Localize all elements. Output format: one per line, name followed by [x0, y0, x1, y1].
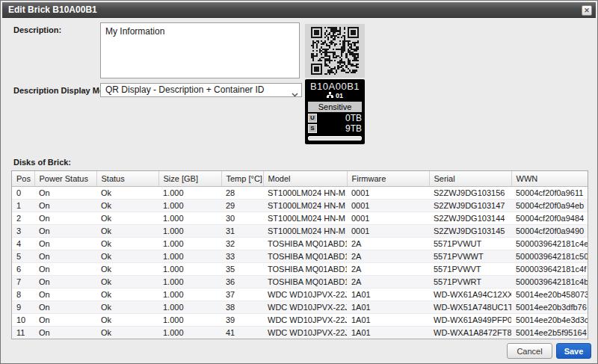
table-row[interactable]: 8OnOk1.00037WDC WD10JPVX-22J ATA1A01WD-W… — [12, 288, 588, 300]
table-cell: 50004cf20f0a9484 — [511, 212, 588, 224]
column-label: Pos — [16, 174, 31, 183]
table-cell: 1.000 — [158, 288, 221, 300]
table-cell: 1.000 — [158, 250, 221, 262]
table-cell: On — [34, 326, 96, 339]
table-cell: 1.000 — [158, 237, 221, 250]
table-row[interactable]: 7OnOk1.00036TOSHIBA MQ01ABD1 ATA2A5571PV… — [12, 275, 588, 288]
column-header-temp-c[interactable]: Temp [°C] — [221, 171, 263, 186]
table-row[interactable]: 0OnOk1.00028ST1000LM024 HN-M ATA0001S2ZW… — [12, 186, 588, 199]
table-cell: 1A01 — [347, 300, 429, 313]
table-row[interactable]: 4OnOk1.00032TOSHIBA MQ01ABD1 ATA2A5571PV… — [12, 237, 588, 250]
column-header-model[interactable]: Model — [263, 171, 347, 186]
column-label: Model — [268, 174, 291, 183]
label-usage-row: U 0TB — [308, 114, 362, 123]
table-row[interactable]: 1OnOk1.00029ST1000LM024 HN-M ATA0001S2ZW… — [12, 199, 588, 212]
label-container-id: B10A00B1 — [305, 81, 365, 92]
table-cell: ST1000LM024 HN-M ATA — [263, 224, 347, 237]
column-header-size-gb[interactable]: Size [GB] — [158, 171, 221, 186]
table-row[interactable]: 3OnOk1.00031ST1000LM024 HN-M ATA0001S2ZW… — [12, 224, 588, 237]
column-header-wwn[interactable]: WWN — [511, 171, 588, 186]
column-header-status[interactable]: Status — [96, 171, 158, 186]
table-cell: Ok — [96, 288, 158, 300]
table-cell: 31 — [221, 224, 263, 237]
table-cell: On — [34, 313, 96, 326]
table-cell: WD-WX61A94C12XX — [429, 288, 511, 300]
table-cell: 36 — [221, 275, 263, 288]
table-cell: On — [34, 199, 96, 212]
network-icon — [327, 92, 333, 100]
table-cell: 50004cf20f0a9490 — [511, 224, 588, 237]
table-cell: 2A — [347, 250, 429, 262]
table-cell: 4 — [12, 237, 34, 250]
table-cell: 1.000 — [158, 326, 221, 339]
table-cell: 50014ee20b3dfb76 — [511, 300, 588, 313]
save-button[interactable]: Save — [556, 343, 591, 359]
table-row[interactable]: 6OnOk1.00035TOSHIBA MQ01ABD1 ATA2A5571PV… — [12, 262, 588, 275]
column-label: Power Status — [40, 174, 88, 183]
table-cell: Ok — [96, 237, 158, 250]
table-row[interactable]: 2OnOk1.00030ST1000LM024 HN-M ATA0001S2ZW… — [12, 212, 588, 224]
column-header-power-status[interactable]: Power Status — [34, 171, 96, 186]
table-cell: Ok — [96, 224, 158, 237]
cancel-button[interactable]: Cancel — [507, 343, 552, 359]
table-cell: S2ZWJ9DG103144 — [429, 212, 511, 224]
table-cell: 2A — [347, 262, 429, 275]
usage-value: 0TB — [317, 114, 362, 123]
table-cell: 1A01 — [347, 288, 429, 300]
table-cell: 2A — [347, 237, 429, 250]
table-cell: 0001 — [347, 212, 429, 224]
sensitive-badge: Sensitive — [308, 102, 362, 112]
column-label: Firmware — [352, 174, 386, 183]
table-cell: WDC WD10JPVX-22J ATA — [263, 288, 347, 300]
table-cell: On — [34, 300, 96, 313]
table-cell: S2ZWJ9DG103156 — [429, 186, 511, 199]
disks-table: Pos▲Power StatusStatusSize [GB]Temp [°C]… — [11, 170, 588, 339]
dialog-title: Edit Brick B10A00B1 — [8, 4, 97, 15]
description-label: Description: — [13, 25, 61, 34]
table-cell: WD-WX61A949PFP0 — [429, 313, 511, 326]
description-input[interactable]: My Information — [100, 22, 300, 78]
table-row[interactable]: 10OnOk1.00039WDC WD10JPVX-22J ATA1A01WD-… — [12, 313, 588, 326]
table-cell: TOSHIBA MQ01ABD1 ATA — [263, 250, 347, 262]
size-key: S — [308, 124, 317, 133]
table-cell: On — [34, 250, 96, 262]
table-cell: 37 — [221, 288, 263, 300]
column-header-pos[interactable]: Pos▲ — [12, 171, 34, 186]
table-cell: 39 — [221, 313, 263, 326]
table-cell: 8 — [12, 288, 34, 300]
table-cell: On — [34, 237, 96, 250]
close-icon[interactable]: ✕ — [582, 5, 592, 16]
table-cell: 0001 — [347, 186, 429, 199]
table-cell: 5000039642181c50 — [511, 250, 588, 262]
label-size-row: S 9TB — [308, 124, 362, 133]
table-cell: 1.000 — [158, 300, 221, 313]
table-cell: WD-WXA1A8472FT8 — [429, 326, 511, 339]
table-cell: Ok — [96, 212, 158, 224]
table-cell: 7 — [12, 275, 34, 288]
table-cell: ST1000LM024 HN-M ATA — [263, 199, 347, 212]
table-cell: 1.000 — [158, 212, 221, 224]
table-row[interactable]: 9OnOk1.00038WDC WD10JPVX-22J ATA1A01WD-W… — [12, 300, 588, 313]
table-row[interactable]: 11OnOk1.00041WDC WD10JPVX-22J ATA1A01WD-… — [12, 326, 588, 339]
table-cell: S2ZWJ9DG103145 — [429, 224, 511, 237]
column-header-serial[interactable]: Serial — [429, 171, 511, 186]
table-row[interactable]: 5OnOk1.00033TOSHIBA MQ01ABD1 ATA2A5571PV… — [12, 250, 588, 262]
chevron-down-icon — [292, 88, 298, 101]
column-label: Serial — [434, 174, 455, 183]
table-cell: 5571PVWVT — [429, 262, 511, 275]
display-mode-select[interactable]: QR Display - Description + Container ID — [100, 83, 302, 97]
table-cell: 1A01 — [347, 326, 429, 339]
edit-brick-dialog: Edit Brick B10A00B1 ✕ Description: My In… — [0, 0, 598, 364]
table-cell: 35 — [221, 262, 263, 275]
table-cell: 1.000 — [158, 199, 221, 212]
table-cell: 0001 — [347, 224, 429, 237]
column-header-firmware[interactable]: Firmware — [347, 171, 429, 186]
table-cell: Ok — [96, 300, 158, 313]
table-cell: 0 — [12, 186, 34, 199]
table-cell: 50004cf20f0a9611 — [511, 186, 588, 199]
table-cell: Ok — [96, 326, 158, 339]
table-cell: 2A — [347, 275, 429, 288]
table-cell: TOSHIBA MQ01ABD1 ATA — [263, 237, 347, 250]
table-cell: WD-WX51A748UC1T — [429, 300, 511, 313]
table-cell: 29 — [221, 199, 263, 212]
